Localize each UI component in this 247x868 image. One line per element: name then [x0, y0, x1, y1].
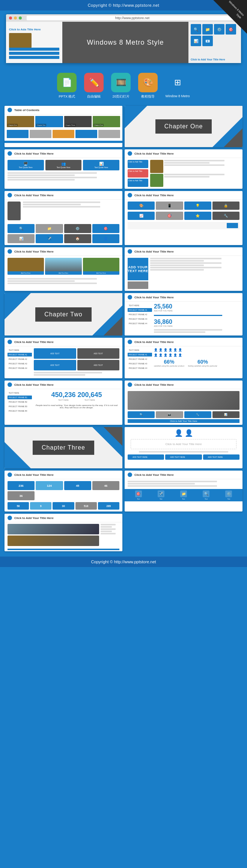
s14-i3: 🔧 [184, 411, 211, 418]
slide-chapter-two: Chapter Two [5, 293, 122, 335]
photo-3: Add Text Here [83, 258, 119, 275]
slide-12-header: Click to Add Your Title Here [125, 338, 242, 346]
slide-8-right [150, 258, 239, 289]
percent-1-label: satisfied using this particular product [154, 365, 184, 367]
slide-6-icon [128, 193, 132, 197]
ig2-3: 💡 [184, 202, 211, 210]
add-btn-3[interactable]: 👤 ADD TEXT HERE [203, 454, 239, 460]
nc-6: 58 [8, 502, 29, 510]
toc-sub-5 [98, 130, 120, 138]
large-num-1-label: TEXT HERE [51, 399, 75, 401]
blue-box-3: 📊 Text Quote Here [83, 160, 119, 170]
browser-titlebar: http://www.pptstore.net [6, 14, 241, 22]
slide-3-header: Click to Add Your Title Here [5, 149, 122, 158]
slide-6-body: 🎨 📱 💡 🔒 📈 🎯 ⭐ 🔧 [125, 200, 242, 231]
footer-copyright: Copyright © http://www.pptstore.net [91, 560, 156, 564]
slide-cam-img: Click to Add Your Title Here 🔍 📷 🔧 📊 Cli… [125, 381, 242, 425]
click-title-area[interactable]: Click to Add Your Title Here [131, 439, 236, 449]
s11-proj-3: PROJECT FRAME A3 [8, 362, 32, 366]
slide-chapter-one: Chapter One [125, 106, 242, 147]
chapter-three-body: Chapter Three [5, 427, 122, 468]
slide-6-title: Click to Add Your Title Here [134, 194, 174, 197]
slide-14-title: Click to Add Your Title Here [134, 383, 174, 387]
pi-8: 👤 [159, 354, 163, 357]
slide-toc: Table of Contents Chapter One Chapter Tw… [5, 106, 122, 147]
icon-metro: ⊞ [168, 73, 187, 92]
slide-5-icon [8, 193, 12, 197]
pi-2: 👤 [159, 348, 163, 352]
add-text-box[interactable]: ADD YOUR TEXT HERE [128, 258, 148, 280]
slide-people-left: Click to Add Your Title Here TEXT HERE P… [125, 338, 242, 378]
slide-11-right: ADD TEXT ADD TEXT ADD TEXT ADD TEXT [34, 348, 119, 376]
add-icon-2: 👤 [167, 456, 169, 458]
slide-12-body: TEXT HERE PROJECT FRAME #1 PROJECT FRAME… [125, 346, 242, 373]
proj-1: PROJECT FRAME #1 [128, 308, 152, 312]
feature-icon-tutorial[interactable]: 🎨 教程指导 [138, 73, 158, 99]
photo-1: Add Text Here [8, 258, 44, 275]
slide-3-title: Click to Add Your Title Here [14, 152, 54, 155]
photo-strip: Add Text Here Add Text Here Add Text Her… [5, 256, 122, 277]
mini-icon-5: 📊 [191, 36, 201, 46]
mini-icon-4: 🎯 [226, 24, 236, 35]
bar-icon-1: 🎯 [135, 490, 142, 497]
grid-icon-3: ⚙️ [64, 224, 91, 233]
feature-icon-slides-label: 20页幻灯片 [112, 94, 130, 99]
s13-p1: PROJECT FRAME B1 [8, 396, 32, 399]
feature-icon-pptx[interactable]: 📄 PPTX 格式 [57, 73, 77, 99]
bar-item-5: ⚙️ Text [218, 490, 239, 500]
add-text-label: ADD YOUR TEXT HERE [128, 265, 148, 273]
slide-12-icon [128, 340, 132, 344]
browser-content: Click to Ada Title Here Windows 8 Metro … [6, 22, 241, 63]
add-btn-1[interactable]: 👤 ADD TEXT HERE [128, 454, 164, 460]
slide-4-table [150, 160, 239, 187]
grid-icon-7: 🏠 [64, 234, 91, 243]
percent-2: 60% feeling satisfied using the particul… [188, 359, 217, 367]
pi-5: 👤 [173, 348, 177, 352]
pi-9: 👤 [164, 354, 167, 357]
browser-left-rows [9, 48, 59, 60]
slide-4-header: Click to Add Your Title Here [125, 149, 242, 158]
stat-1-label: ADD FOR YOU HERE [154, 310, 239, 312]
chapter-three-label: Chapter Three [33, 441, 94, 455]
s13-p4: PROJECT FRAME B4 [8, 409, 32, 413]
nc-3: 45 [64, 481, 91, 490]
mini-icon-1: 🔍 [191, 24, 201, 35]
grid-icon-1: 🔍 [8, 224, 35, 233]
slide-14-label[interactable]: Click to Add Your Title Here [128, 419, 239, 423]
feature-icon-metro[interactable]: ⊞ Window 8 Metro [165, 73, 190, 99]
pi-10: 👤 [169, 354, 172, 357]
slide-blue-boxes: Click to Add Your Title Here 🖥️ Text Quo… [5, 149, 122, 189]
slide-18-body [125, 479, 242, 489]
bar-icon-4: 🔍 [203, 490, 209, 497]
nc-1: 236 [8, 481, 35, 490]
browser-right-label: Click to Add Your Title Here [191, 58, 239, 61]
slide-5-title: Click to Add Your Title Here [14, 194, 54, 197]
slide-19-icon [8, 516, 12, 520]
add-btn-2[interactable]: 👤 ADD TEXT HERE [165, 454, 202, 460]
slide-toc-header: Table of Contents [5, 106, 122, 114]
slide-18-icon [128, 472, 132, 477]
proj-2: PROJECT FRAME #2 [128, 313, 152, 316]
feature-icon-slides[interactable]: 🎞️ 20页幻灯片 [111, 73, 131, 99]
slide-13-title: Click to Add Your Title Here [14, 383, 54, 387]
pi-7: 👤 [154, 354, 158, 357]
bar-icon-3: 📁 [180, 490, 187, 497]
slide-add-text: Click to Add Your Title Here ADD YOUR TE… [125, 247, 242, 291]
add-text-box-area: ADD YOUR TEXT HERE [128, 258, 148, 289]
slide-8-header: Click to Add Your Title Here [125, 247, 242, 256]
slide-5-text [23, 202, 119, 220]
icon-tutorial: 🎨 [138, 73, 158, 92]
toc-sub-2 [30, 130, 51, 138]
chapter-two-label: Chapter Two [35, 307, 91, 322]
dark-tile-1: ADD TEXT [77, 348, 120, 359]
slide-18-title: Click to Add Your Title Here [134, 473, 174, 477]
browser-window: http://www.pptstore.net Click to Ada Tit… [6, 14, 241, 63]
icon-slides: 🎞️ [111, 73, 131, 92]
s12-proj-0: TEXT HERE [128, 348, 152, 352]
table-img-2 [150, 174, 163, 187]
blue-boxes-row: 🖥️ Text Quote Here 👥 Text Quote Here 📊 T… [8, 160, 119, 170]
slide-18-header: Click to Add Your Title Here [125, 471, 242, 479]
feature-icon-edit[interactable]: ✏️ 自由编辑 [84, 73, 104, 99]
slide-chapter-three: Chapter Three [5, 427, 122, 468]
toc-sub-4 [75, 130, 97, 138]
